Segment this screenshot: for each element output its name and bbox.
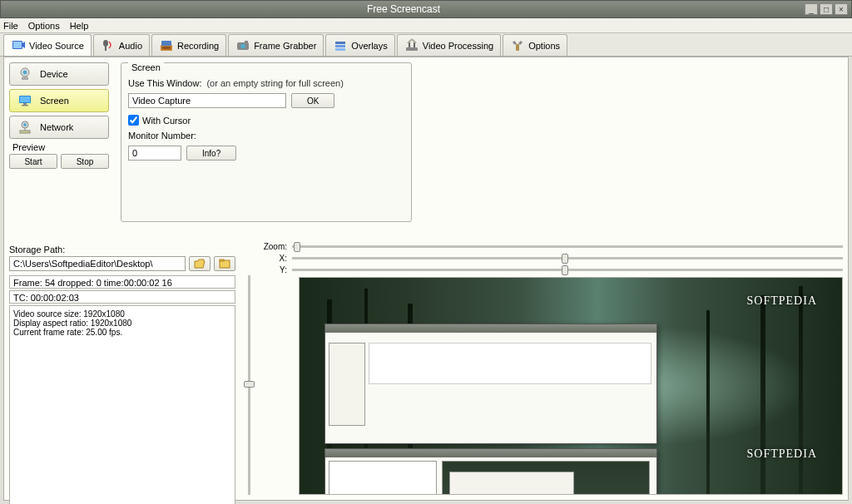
tab-label: Frame Grabber [254,41,316,51]
menu-file[interactable]: File [3,21,18,31]
svg-rect-5 [162,47,171,49]
tab-options[interactable]: Options [503,34,567,56]
menu-help[interactable]: Help [70,21,89,31]
maximize-button[interactable]: □ [820,3,833,15]
options-icon [510,38,525,53]
svg-rect-1 [13,42,22,48]
tab-label: Audio [119,41,142,51]
tab-video-source[interactable]: Video Source [3,34,92,56]
close-button[interactable]: × [835,3,848,15]
video-source-icon [11,38,26,53]
audio-icon [101,38,116,53]
titlebar: Free Screencast _ □ × [0,0,852,18]
tabbar: Video Source Audio Recording Frame Grabb… [0,33,852,57]
menubar: File Options Help [0,18,852,33]
tab-label: Video Processing [423,41,493,51]
tab-recording[interactable]: Recording [151,34,226,56]
svg-rect-11 [335,45,345,47]
svg-point-2 [103,40,108,47]
minimize-button[interactable]: _ [805,3,818,15]
svg-rect-13 [406,47,418,51]
frame-grabber-icon [235,38,250,53]
tab-video-processing[interactable]: Video Processing [397,34,501,56]
svg-point-8 [240,43,245,48]
svg-rect-12 [335,48,345,51]
svg-rect-14 [516,44,519,51]
svg-rect-9 [245,41,248,43]
recording-icon [159,38,174,53]
menu-options[interactable]: Options [28,21,60,31]
svg-rect-3 [105,47,106,51]
tab-label: Options [528,41,560,51]
window-title: Free Screencast [4,3,803,15]
tab-label: Video Source [29,41,84,51]
svg-rect-6 [161,41,171,46]
tab-overlays[interactable]: Overlays [325,34,394,56]
tab-frame-grabber[interactable]: Frame Grabber [228,34,324,56]
overlays-icon [333,38,348,53]
video-processing-icon [404,38,419,53]
tab-label: Overlays [351,41,387,51]
tab-audio[interactable]: Audio [93,34,150,56]
svg-rect-10 [335,42,345,44]
tab-label: Recording [177,41,219,51]
